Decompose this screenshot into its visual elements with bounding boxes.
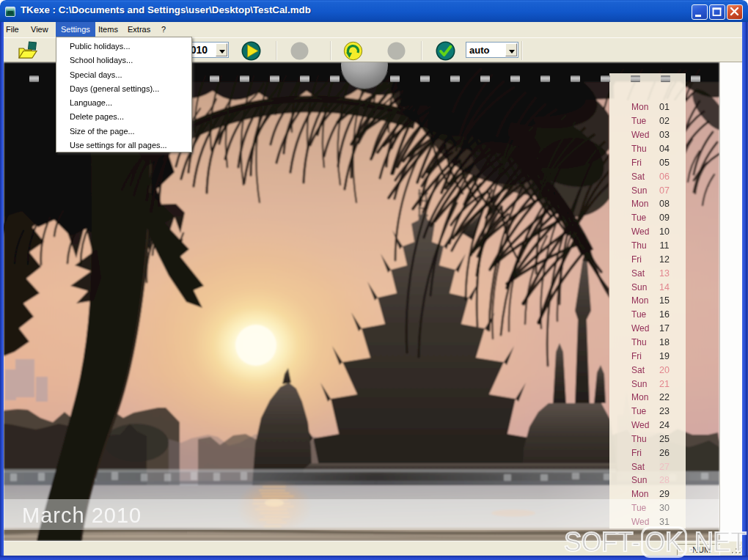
svg-text:Sun: Sun <box>631 475 647 485</box>
svg-text:Sun: Sun <box>631 185 647 196</box>
svg-text:Sat: Sat <box>631 268 645 279</box>
svg-text:Mon: Mon <box>631 392 648 402</box>
svg-text:01: 01 <box>659 102 670 112</box>
svg-text:24: 24 <box>659 420 670 430</box>
svg-text:22: 22 <box>659 392 670 402</box>
svg-text:Sat: Sat <box>631 365 645 375</box>
svg-text:06: 06 <box>659 172 670 182</box>
svg-text:Thu: Thu <box>631 144 647 154</box>
svg-text:23: 23 <box>659 406 670 416</box>
svg-text:25: 25 <box>659 434 670 444</box>
svg-text:08: 08 <box>659 199 670 209</box>
svg-text:Wed: Wed <box>631 226 649 237</box>
svg-text:Fri: Fri <box>631 448 642 458</box>
svg-text:Tue: Tue <box>631 309 647 320</box>
svg-text:Sun: Sun <box>631 282 647 292</box>
svg-text:14: 14 <box>659 282 670 292</box>
svg-text:Mon: Mon <box>631 199 648 209</box>
svg-text:Fri: Fri <box>631 351 642 361</box>
svg-text:09: 09 <box>659 213 670 223</box>
svg-text:Fri: Fri <box>631 254 642 265</box>
svg-text:18: 18 <box>659 337 670 347</box>
svg-text:Thu: Thu <box>631 337 647 347</box>
svg-text:29: 29 <box>659 489 670 499</box>
svg-text:12: 12 <box>659 254 670 265</box>
svg-text:15: 15 <box>659 295 670 306</box>
svg-text:Tue: Tue <box>631 406 647 416</box>
svg-text:Mon: Mon <box>631 102 648 112</box>
svg-text:10: 10 <box>659 226 670 237</box>
svg-text:Wed: Wed <box>631 420 649 430</box>
svg-text:13: 13 <box>659 268 670 279</box>
svg-text:16: 16 <box>659 309 670 320</box>
svg-text:02: 02 <box>659 116 670 126</box>
svg-text:March 2010: March 2010 <box>22 504 142 527</box>
svg-text:Tue: Tue <box>631 213 647 223</box>
svg-text:Thu: Thu <box>631 240 647 251</box>
svg-text:27: 27 <box>659 462 670 472</box>
svg-text:Mon: Mon <box>631 295 648 306</box>
svg-text:21: 21 <box>659 379 670 389</box>
svg-text:20: 20 <box>659 365 670 375</box>
svg-text:Wed: Wed <box>631 323 649 334</box>
svg-text:04: 04 <box>659 144 670 154</box>
svg-text:Tue: Tue <box>631 116 647 126</box>
svg-text:28: 28 <box>659 475 670 485</box>
svg-text:05: 05 <box>659 158 670 168</box>
svg-text:Fri: Fri <box>631 158 642 168</box>
svg-text:26: 26 <box>659 448 670 458</box>
svg-text:07: 07 <box>659 185 670 196</box>
svg-text:Sat: Sat <box>631 462 645 472</box>
svg-text:03: 03 <box>659 130 670 140</box>
svg-text:19: 19 <box>659 351 670 361</box>
svg-text:11: 11 <box>660 240 670 251</box>
svg-text:17: 17 <box>659 323 670 334</box>
svg-text:Thu: Thu <box>631 434 647 444</box>
svg-text:Sun: Sun <box>631 379 647 389</box>
svg-text:Mon: Mon <box>631 489 648 499</box>
svg-text:Sat: Sat <box>631 172 645 182</box>
svg-text:Wed: Wed <box>631 130 649 140</box>
